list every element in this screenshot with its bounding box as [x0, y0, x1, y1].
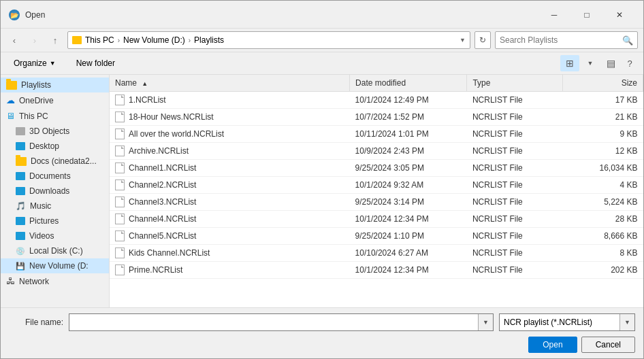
file-type: NCRLIST File	[467, 262, 563, 279]
file-name: Channel1.NCRList	[129, 163, 196, 173]
table-row[interactable]: Channel3.NCRList9/25/2024 3:14 PMNCRLIST…	[110, 194, 643, 211]
filetype-dropdown-button[interactable]: ▼	[619, 314, 634, 330]
sidebar-onedrive-label: OneDrive	[19, 96, 54, 105]
search-input[interactable]	[496, 35, 618, 45]
new-folder-label: New folder	[76, 58, 115, 68]
table-row[interactable]: Archive.NCRList10/9/2024 2:43 PMNCRLIST …	[110, 143, 643, 160]
filename-dropdown-button[interactable]: ▼	[478, 314, 493, 330]
close-button[interactable]: ✕	[604, 6, 635, 24]
file-size: 17 KB	[563, 92, 643, 109]
organize-chevron-icon: ▼	[50, 60, 56, 67]
sidebar-item-pictures[interactable]: Pictures	[1, 213, 109, 228]
filename-input[interactable]	[69, 318, 478, 327]
view-dropdown-button[interactable]: ▼	[581, 55, 600, 71]
new-folder-button[interactable]: New folder	[69, 56, 123, 71]
organize-button[interactable]: Organize ▼	[6, 56, 63, 71]
table-row[interactable]: Kids Channel.NCRList10/10/2024 6:27 AMNC…	[110, 245, 643, 262]
file-name-cell: Channel2.NCRList	[110, 177, 350, 193]
sidebar-item-desktop[interactable]: Desktop	[1, 139, 109, 154]
file-name: All over the world.NCRList	[129, 129, 224, 139]
file-name-cell: 18-Hour News.NCRList	[110, 109, 350, 125]
action-row: Open Cancel	[9, 337, 635, 353]
breadcrumb-this-pc[interactable]: This PC	[83, 35, 116, 46]
column-date[interactable]: Date modified	[350, 75, 467, 92]
file-name: Prime.NCRList	[129, 265, 182, 275]
file-type: NCRLIST File	[467, 109, 563, 126]
file-type: NCRLIST File	[467, 92, 563, 109]
this-pc-icon: 🖥	[6, 111, 15, 121]
sidebar-item-videos[interactable]: Videos	[1, 228, 109, 243]
sidebar-item-new-volume-d[interactable]: 💾 New Volume (D:	[1, 258, 109, 273]
sidebar-item-docs[interactable]: Docs (cinedata2...	[1, 154, 109, 169]
file-icon	[115, 180, 125, 190]
sidebar-item-downloads[interactable]: Downloads	[1, 184, 109, 199]
open-button[interactable]: Open	[528, 337, 577, 353]
sort-arrow-name: ▲	[142, 80, 148, 87]
file-name: Channel4.NCRList	[129, 214, 196, 224]
file-name-cell: Archive.NCRList	[110, 143, 350, 159]
file-size: 21 KB	[563, 109, 643, 126]
file-date: 10/7/2024 1:52 PM	[350, 109, 467, 126]
maximize-button[interactable]: □	[571, 6, 602, 24]
table-row[interactable]: Channel4.NCRList10/1/2024 12:34 PMNCRLIS…	[110, 211, 643, 228]
3d-objects-icon	[16, 127, 25, 135]
downloads-icon	[16, 187, 25, 195]
table-row[interactable]: Prime.NCRList10/1/2024 12:34 PMNCRLIST F…	[110, 262, 643, 279]
column-size[interactable]: Size	[563, 75, 643, 92]
breadcrumb-playlists[interactable]: Playlists	[192, 35, 226, 46]
desktop-icon	[16, 142, 25, 150]
sidebar: Playlists ☁ OneDrive 🖥 This PC 3D Object…	[1, 75, 110, 307]
file-date: 10/1/2024 9:32 AM	[350, 177, 467, 194]
file-date: 9/25/2024 3:14 PM	[350, 194, 467, 211]
file-type: NCRLIST File	[467, 177, 563, 194]
sidebar-item-local-disk-c[interactable]: 💿 Local Disk (C:)	[1, 243, 109, 258]
file-date: 10/11/2024 1:01 PM	[350, 126, 467, 143]
view-details-button[interactable]: ⊞	[560, 55, 579, 71]
sidebar-item-music[interactable]: 🎵 Music	[1, 199, 109, 213]
file-name-cell: Prime.NCRList	[110, 262, 350, 278]
table-row[interactable]: 1.NCRList10/1/2024 12:49 PMNCRLIST File1…	[110, 92, 643, 109]
file-name: Channel2.NCRList	[129, 180, 196, 190]
file-name: Kids Channel.NCRList	[129, 248, 210, 258]
sidebar-item-network[interactable]: 🖧 Network	[1, 273, 109, 289]
minimize-button[interactable]: ─	[538, 6, 570, 24]
table-row[interactable]: Channel1.NCRList9/25/2024 3:05 PMNCRLIST…	[110, 160, 643, 177]
file-size: 8 KB	[563, 245, 643, 262]
organize-label: Organize	[14, 58, 47, 68]
file-type: NCRLIST File	[467, 194, 563, 211]
file-date: 10/1/2024 12:34 PM	[350, 211, 467, 228]
table-row[interactable]: Channel5.NCRList9/25/2024 1:10 PMNCRLIST…	[110, 228, 643, 245]
search-icon: 🔍	[618, 35, 637, 46]
cancel-button[interactable]: Cancel	[581, 337, 635, 353]
table-row[interactable]: 18-Hour News.NCRList10/7/2024 1:52 PMNCR…	[110, 109, 643, 126]
file-name-cell: All over the world.NCRList	[110, 126, 350, 142]
sidebar-item-documents[interactable]: Documents	[1, 169, 109, 184]
sidebar-item-3d-objects[interactable]: 3D Objects	[1, 124, 109, 139]
file-area: Name ▲ Date modified Type Size 1.NCRList…	[110, 75, 643, 307]
up-button[interactable]: ↑	[47, 32, 63, 48]
table-row[interactable]: All over the world.NCRList10/11/2024 1:0…	[110, 126, 643, 143]
title-bar: 📂 Open ─ □ ✕	[1, 1, 643, 29]
file-type: NCRLIST File	[467, 211, 563, 228]
column-type[interactable]: Type	[467, 75, 563, 92]
refresh-button[interactable]: ↻	[474, 31, 491, 49]
table-row[interactable]: Channel2.NCRList10/1/2024 9:32 AMNCRLIST…	[110, 177, 643, 194]
local-disk-c-icon: 💿	[16, 247, 25, 256]
view-preview-button[interactable]: ▤	[601, 55, 620, 71]
breadcrumb-new-volume[interactable]: New Volume (D:)	[121, 35, 187, 46]
breadcrumb-playlists-label: Playlists	[194, 35, 224, 45]
file-type: NCRLIST File	[467, 126, 563, 143]
filetype-select[interactable]: NCR playlist (*.NCRList)	[500, 318, 619, 327]
sidebar-item-onedrive[interactable]: ☁ OneDrive	[1, 92, 109, 108]
file-date: 10/10/2024 6:27 AM	[350, 245, 467, 262]
help-button[interactable]: ?	[622, 55, 638, 71]
back-button[interactable]: ‹	[6, 32, 22, 48]
sidebar-item-playlists[interactable]: Playlists	[1, 78, 109, 92]
onedrive-icon: ☁	[6, 95, 15, 105]
sidebar-item-this-pc[interactable]: 🖥 This PC	[1, 108, 109, 124]
forward-button[interactable]: ›	[27, 32, 43, 48]
file-icon	[115, 196, 125, 207]
file-size: 28 KB	[563, 211, 643, 228]
column-name[interactable]: Name ▲	[110, 75, 350, 92]
file-size: 8,666 KB	[563, 228, 643, 245]
